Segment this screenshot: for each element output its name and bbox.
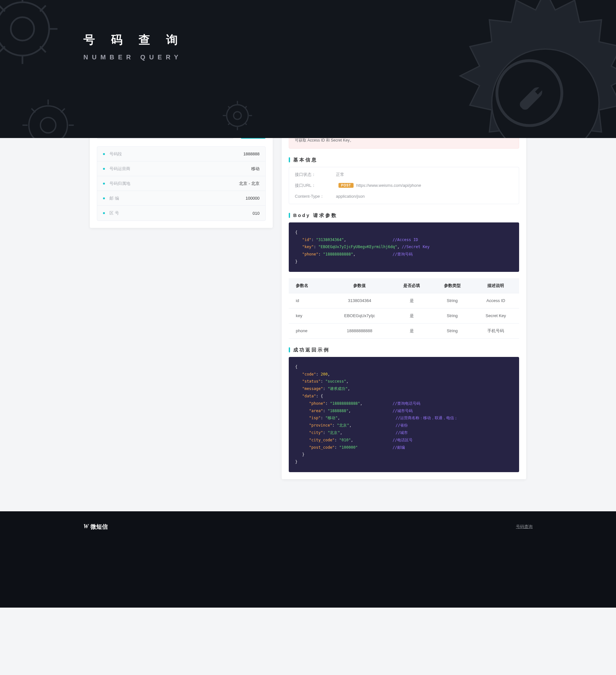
gear-icon [218,96,257,135]
param-table: 参数名参数值是否必填参数类型描述说明 id3138034364是StringAc… [289,278,519,339]
footer: W微短信 号码查询 [0,511,616,608]
section-body-title: Body 请求参数 [289,213,519,219]
result-row: 区 号010 [97,206,265,221]
basic-info: 接口状态：正常 接口URL：POSThttps://www.weisms.com… [289,167,519,204]
section-success-title: 成功返回示例 [289,347,519,353]
result-list: 号码段1888888号码运营商移动号码归属地北京 - 北京邮 编100000区 … [97,146,266,221]
result-row: 邮 编100000 [97,191,265,206]
footer-link[interactable]: 号码查询 [516,524,533,530]
gear-icon [16,93,80,138]
section-basic-title: 基本信息 [289,157,519,163]
svg-point-5 [234,112,241,120]
gear-icon [0,0,64,71]
table-row: phone18888888888是String手机号码 [289,323,519,338]
success-code-block: { "code": 200, "status": "success", "mes… [289,357,519,472]
table-row: keyEBOEGqUx7yIjc是StringSecret Key [289,308,519,323]
table-row: id3138034364是StringAccess ID [289,293,519,308]
method-badge: POST [339,183,354,188]
page-title: 号 码 查 询 [83,32,184,48]
wrench-circle-icon [494,58,565,128]
result-row: 号码段1888888 [97,147,265,161]
svg-point-3 [40,118,56,133]
result-row: 号码运营商移动 [97,161,265,176]
footer-logo: W微短信 [83,523,108,531]
hero-banner: 号 码 查 询 NUMBER QUERY [0,0,616,138]
body-code-block: { "id": "3138034364", //Access ID "key":… [289,222,519,272]
page-subtitle: NUMBER QUERY [83,54,184,61]
svg-point-1 [11,17,34,41]
api-doc-card: "ID" 和 "KEY" 获取方式：先注册平台账户点我注册 → 登录会员中心 →… [282,119,526,479]
result-row: 号码归属地北京 - 北京 [97,176,265,191]
